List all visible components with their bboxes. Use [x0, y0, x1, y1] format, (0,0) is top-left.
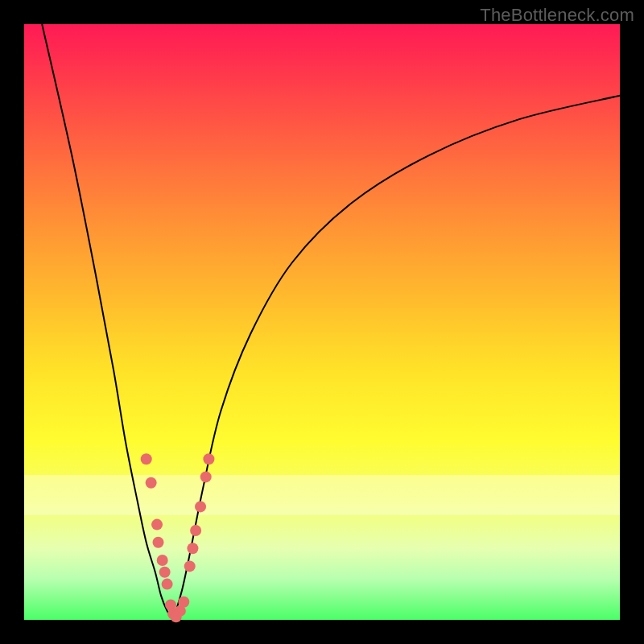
- data-point: [159, 567, 171, 578]
- chart-frame: TheBottleneck.com: [0, 0, 644, 644]
- data-point: [190, 525, 201, 536]
- data-point: [153, 537, 164, 548]
- data-point: [178, 597, 189, 608]
- data-point: [187, 543, 198, 554]
- left-curve: [42, 24, 173, 620]
- data-point: [151, 519, 163, 530]
- data-point: [195, 501, 206, 512]
- plot-area: [24, 24, 620, 620]
- right-curve: [173, 96, 620, 620]
- watermark-text: TheBottleneck.com: [480, 5, 634, 26]
- data-points: [141, 453, 215, 622]
- data-point: [162, 579, 173, 590]
- data-point: [200, 471, 212, 482]
- curve-layer: [24, 24, 620, 620]
- data-point: [146, 477, 157, 489]
- data-point: [157, 555, 168, 566]
- data-point: [184, 560, 196, 572]
- data-point: [203, 453, 214, 464]
- data-point: [141, 453, 152, 464]
